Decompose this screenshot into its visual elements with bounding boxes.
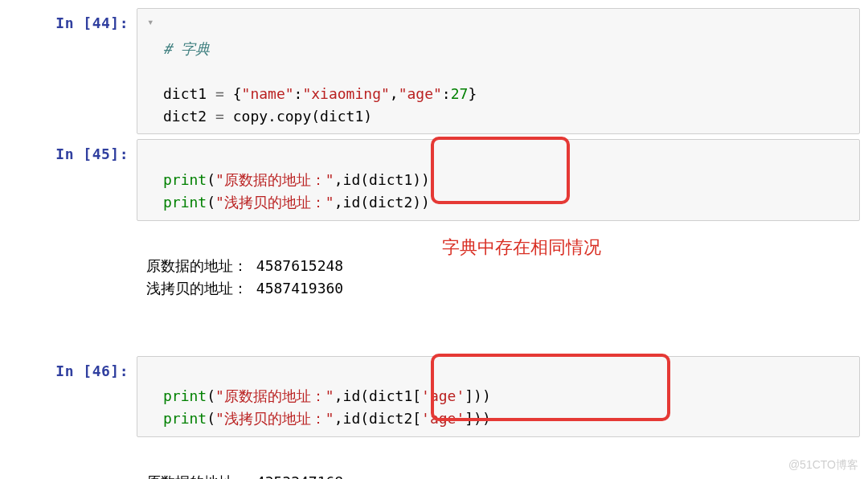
output-45: 原数据的地址： 4587615248 浅拷贝的地址： 4587419360 字典… — [8, 226, 860, 350]
prompt-46: In [46]: — [8, 356, 137, 438]
prompt-44: In [44]: — [8, 8, 137, 134]
watermark: @51CTO博客 — [788, 458, 858, 473]
output-text-46: 原数据的地址： 4353247168 浅拷贝的地址： 4353247168 — [137, 442, 860, 479]
prompt-45: In [45]: — [8, 139, 137, 221]
code-input-44[interactable]: ▾ # 字典 dict1 = {"name":"xiaoming","age":… — [137, 8, 860, 134]
code-input-45[interactable]: ▾ print("原数据的地址：",id(dict1)) print("浅拷贝的… — [137, 139, 860, 221]
output-46: 原数据的地址： 4353247168 浅拷贝的地址： 4353247168 — [8, 442, 860, 479]
comment: # 字典 — [163, 40, 210, 57]
output-text-45: 原数据的地址： 4587615248 浅拷贝的地址： 4587419360 字典… — [137, 226, 860, 350]
cell-44: In [44]: ▾ # 字典 dict1 = {"name":"xiaomin… — [8, 8, 860, 134]
cell-45: In [45]: ▾ print("原数据的地址：",id(dict1)) pr… — [8, 139, 860, 221]
fold-toggle-icon[interactable]: ▾ — [147, 15, 163, 127]
cell-46: In [46]: ▾ print("原数据的地址：",id(dict1['age… — [8, 356, 860, 438]
highlight-box-1 — [431, 137, 570, 204]
code-input-46[interactable]: ▾ print("原数据的地址：",id(dict1['age'])) prin… — [137, 356, 860, 438]
annotation-text: 字典中存在相同情况 — [442, 234, 601, 261]
